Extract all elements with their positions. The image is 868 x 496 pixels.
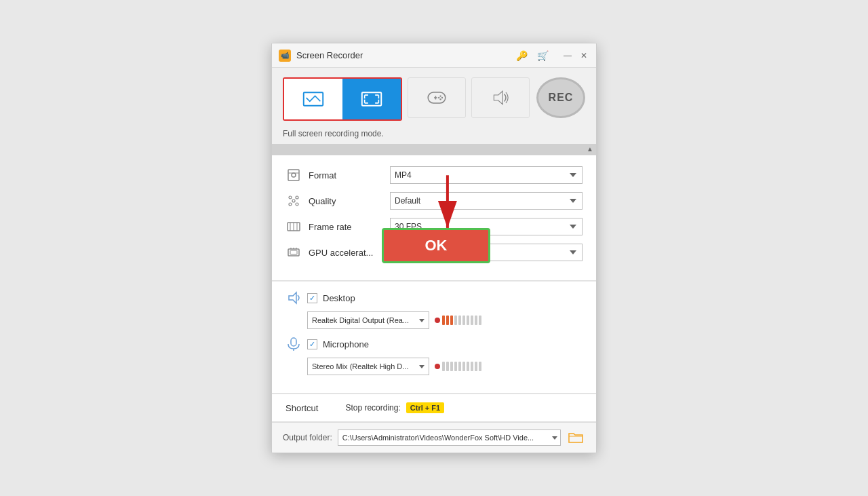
output-path-select[interactable]: C:\Users\Administrator\Videos\WonderFox … (338, 430, 561, 446)
format-icon (285, 167, 302, 183)
level-bar-8 (471, 316, 473, 325)
output-label: Output folder: (283, 433, 332, 442)
shortcut-label: Shortcut (285, 403, 318, 413)
quality-icon (285, 193, 302, 209)
window-title: Screen Recorder (296, 50, 511, 60)
microphone-checkbox[interactable] (307, 339, 317, 349)
desktop-audio-label: Desktop (323, 293, 355, 303)
titlebar-icons: 🔑 🛒 (516, 50, 549, 61)
main-window: 📹 Screen Recorder 🔑 🛒 — ✕ (271, 43, 597, 453)
level-bar-2 (446, 316, 449, 325)
audio-section: Desktop Realtek Digital Output (Rea... (272, 281, 596, 393)
level-bar-5 (458, 316, 461, 325)
framerate-icon (285, 218, 302, 235)
svg-point-24 (296, 203, 298, 206)
key-icon[interactable]: 🔑 (516, 50, 528, 61)
mic-bar-10 (479, 362, 481, 371)
svg-point-13 (439, 95, 441, 96)
titlebar: 📹 Screen Recorder 🔑 🛒 — ✕ (272, 43, 596, 68)
svg-rect-38 (291, 338, 296, 346)
scroll-up-button[interactable]: ▲ (587, 145, 593, 153)
level-bar-9 (475, 316, 477, 325)
shortcut-section: Shortcut Stop recording: Ctrl + F1 (272, 394, 596, 421)
gpu-icon (285, 244, 302, 261)
mode-group (283, 77, 402, 121)
microphone-icon (285, 336, 302, 352)
level-bar-4 (454, 316, 457, 325)
framerate-label: Frame rate (309, 222, 383, 232)
desktop-audio-checkbox[interactable] (307, 293, 317, 303)
stop-recording-key: Ctrl + F1 (406, 402, 444, 413)
svg-rect-0 (304, 92, 323, 105)
svg-point-15 (439, 98, 441, 100)
mic-bar-4 (454, 362, 457, 371)
mic-bar-7 (467, 362, 469, 371)
desktop-device-select[interactable]: Realtek Digital Output (Rea... (307, 311, 429, 329)
svg-point-22 (296, 196, 298, 199)
format-row: Format MP4 AVI MOV WMV (285, 166, 583, 184)
svg-point-19 (292, 173, 296, 177)
settings-container: Format MP4 AVI MOV WMV (272, 155, 596, 280)
mic-bar-6 (462, 362, 465, 371)
mic-bar-5 (458, 362, 461, 371)
toolbar: REC (272, 68, 596, 126)
level-bar-3 (450, 316, 453, 325)
svg-point-16 (438, 97, 439, 98)
mic-bar-2 (446, 362, 449, 371)
rec-button[interactable]: REC (536, 77, 585, 118)
mic-level-dot (435, 364, 440, 369)
mic-bar-9 (475, 362, 477, 371)
gpu-label: GPU accelerat... (309, 248, 383, 258)
level-bar-7 (467, 316, 469, 325)
region-mode-button[interactable] (284, 79, 342, 119)
microphone-level-meter (435, 362, 481, 371)
browse-folder-button[interactable] (566, 430, 585, 446)
quality-label: Quality (309, 196, 383, 206)
microphone-label: Microphone (323, 339, 369, 349)
shortcut-item: Stop recording: Ctrl + F1 (345, 402, 444, 413)
desktop-level-meter (435, 316, 481, 325)
svg-point-14 (441, 97, 443, 98)
mic-level-bars (442, 362, 481, 371)
microphone-device-row: Stereo Mix (Realtek High D... (307, 358, 583, 375)
mic-bar-3 (450, 362, 453, 371)
quality-row: Quality Default High Medium Low (285, 192, 583, 210)
microphone-row: Microphone (285, 336, 583, 352)
svg-rect-1 (362, 92, 381, 105)
svg-marker-37 (289, 292, 296, 303)
mode-description-text: Full screen recording mode. (283, 129, 384, 138)
cart-icon[interactable]: 🛒 (537, 50, 549, 61)
format-label: Format (309, 170, 383, 180)
stop-recording-label: Stop recording: (345, 403, 400, 413)
level-bar-6 (462, 316, 465, 325)
desktop-level-bars (442, 316, 481, 325)
mic-bar-8 (471, 362, 473, 371)
window-controls: — ✕ (562, 50, 589, 61)
svg-rect-18 (288, 170, 299, 180)
desktop-device-row: Realtek Digital Output (Rea... (307, 311, 583, 329)
svg-rect-31 (290, 250, 297, 254)
output-section: Output folder: C:\Users\Administrator\Vi… (272, 422, 596, 453)
mic-bar-1 (442, 362, 445, 371)
svg-point-21 (289, 196, 292, 199)
svg-point-23 (289, 203, 292, 206)
audio-mode-button[interactable] (471, 77, 530, 118)
close-button[interactable]: ✕ (578, 50, 589, 61)
app-icon: 📹 (279, 50, 291, 62)
minimize-button[interactable]: — (562, 50, 573, 61)
desktop-audio-row: Desktop (285, 290, 583, 306)
fullscreen-mode-button[interactable] (342, 79, 401, 119)
svg-marker-17 (494, 91, 502, 104)
desktop-audio-icon (285, 290, 302, 306)
ok-button[interactable]: OK (382, 228, 490, 263)
mode-description: Full screen recording mode. (272, 126, 596, 144)
level-bar-1 (442, 316, 445, 325)
scroll-indicator: ▲ (272, 144, 596, 155)
microphone-device-select[interactable]: Stereo Mix (Realtek High D... (307, 358, 429, 375)
game-mode-button[interactable] (408, 77, 466, 118)
desktop-level-dot (435, 318, 440, 323)
level-bar-10 (479, 316, 481, 325)
svg-point-25 (292, 199, 295, 202)
format-select[interactable]: MP4 AVI MOV WMV (390, 166, 583, 184)
quality-select[interactable]: Default High Medium Low (390, 192, 583, 210)
